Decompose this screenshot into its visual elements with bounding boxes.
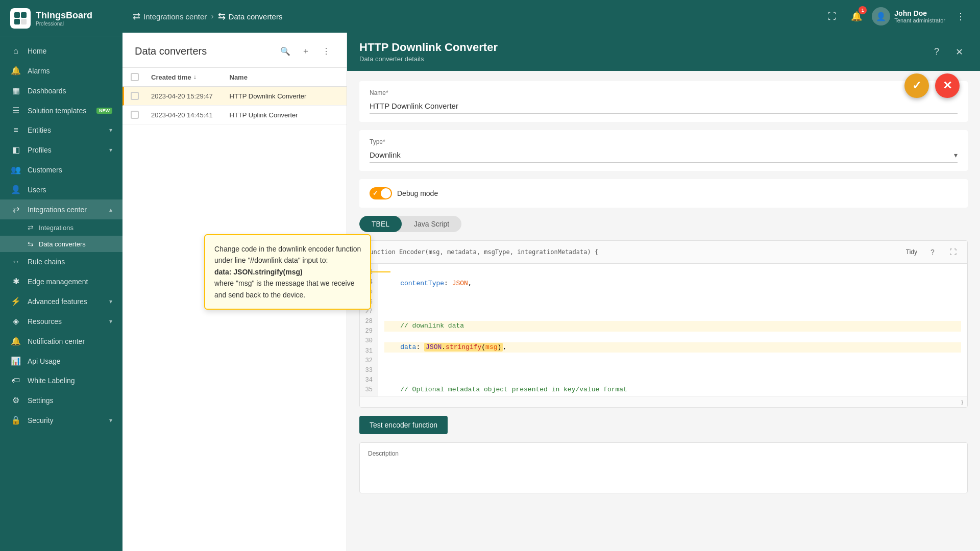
detail-subtitle: Data converter details xyxy=(359,55,498,63)
detail-header-text: HTTP Downlink Converter Data converter d… xyxy=(359,41,498,63)
sidebar-item-label: Customers xyxy=(28,166,112,174)
tooltip-callout: Change code in the downlink encoder func… xyxy=(204,234,371,310)
sort-icon: ↓ xyxy=(193,73,197,81)
type-field: Type* Downlink ▾ xyxy=(370,138,958,163)
sidebar-logo: ThingsBoard Professional xyxy=(0,0,122,37)
sidebar-item-notification-center[interactable]: 🔔 Notification center xyxy=(0,331,122,351)
name-cell: HTTP Downlink Converter xyxy=(230,92,308,100)
sidebar-item-settings[interactable]: ⚙ Settings xyxy=(0,390,122,410)
list-panel-header: Data converters 🔍 ＋ ⋮ xyxy=(122,33,347,68)
sidebar-item-security[interactable]: 🔒 Security ▾ xyxy=(0,410,122,430)
code-editor-footer: } xyxy=(360,396,967,407)
add-button[interactable]: ＋ xyxy=(298,43,314,59)
sidebar-item-entities[interactable]: ≡ Entities ▾ xyxy=(0,120,122,140)
name-input[interactable] xyxy=(370,98,958,114)
cancel-button[interactable]: ✕ xyxy=(935,73,960,98)
user-info[interactable]: 👤 John Doe Tenant administrator xyxy=(872,7,945,26)
sidebar-nav: ⌂ Home 🔔 Alarms ▦ Dashboards ☰ Solution … xyxy=(0,37,122,551)
line-num: 30 xyxy=(365,336,373,346)
tooltip-line2: under line "//downlink data" input to: xyxy=(214,255,361,266)
sidebar-item-dashboards[interactable]: ▦ Dashboards xyxy=(0,81,122,101)
chevron-down-icon: ▾ xyxy=(109,417,112,424)
sidebar-item-customers[interactable]: 👥 Customers xyxy=(0,160,122,180)
chevron-down-icon: ▾ xyxy=(109,127,112,134)
app-edition: Professional xyxy=(36,21,92,27)
sidebar-item-resources[interactable]: ◈ Resources ▾ xyxy=(0,311,122,331)
code-line-24 xyxy=(384,299,961,310)
table-row[interactable]: 2023-04-20 14:45:41 HTTP Uplink Converte… xyxy=(122,106,347,124)
type-value: Downlink xyxy=(370,151,954,159)
sidebar-item-label: Settings xyxy=(28,396,112,405)
confirm-button[interactable]: ✓ xyxy=(904,73,929,98)
sidebar-item-label: Api Usage xyxy=(28,357,112,365)
sidebar-item-users[interactable]: 👤 Users xyxy=(0,180,122,199)
sidebar-item-advanced-features[interactable]: ⚡ Advanced features ▾ xyxy=(0,291,122,311)
line-num: 31 xyxy=(365,346,373,356)
name-label: Name xyxy=(230,73,248,81)
code-editor-actions: Tidy ? ⛶ xyxy=(903,244,961,260)
test-encoder-button[interactable]: Test encoder function xyxy=(359,416,448,434)
line-num: 34 xyxy=(365,375,373,385)
table-header: Created time ↓ Name xyxy=(122,68,347,87)
created-time-column-header[interactable]: Created time ↓ xyxy=(151,73,230,81)
type-label: Type* xyxy=(370,138,958,145)
tidy-button[interactable]: Tidy xyxy=(903,247,920,257)
sidebar-item-integrations-center[interactable]: ⇄ Integrations center ▴ xyxy=(0,199,122,219)
debug-label: Debug mode xyxy=(397,189,438,197)
tab-tbel[interactable]: TBEL xyxy=(359,216,402,232)
sidebar-item-alarms[interactable]: 🔔 Alarms xyxy=(0,61,122,81)
sidebar-subitem-integrations[interactable]: ⇄ Integrations xyxy=(0,219,122,236)
main-content: ⇄ Integrations center › ⇆ Data converter… xyxy=(122,0,980,551)
fullscreen-button[interactable]: ⛶ xyxy=(823,7,841,26)
type-select[interactable]: Downlink ▾ xyxy=(370,147,958,163)
description-input[interactable] xyxy=(368,460,959,486)
dashboards-icon: ▦ xyxy=(10,86,21,95)
rule-chains-icon: ↔ xyxy=(10,257,21,266)
code-editor-toolbar: function Encoder(msg, metadata, msgType,… xyxy=(360,241,967,264)
tab-javascript[interactable]: Java Script xyxy=(402,216,461,232)
code-content[interactable]: contentType: JSON, // downlink data data… xyxy=(378,264,967,396)
code-body: 23 24 25 26 27 28 29 30 31 32 33 34 xyxy=(360,264,967,396)
function-signature: function Encoder(msg, metadata, msgType,… xyxy=(366,248,598,256)
sidebar-item-label: Alarms xyxy=(28,67,112,75)
code-help-button[interactable]: ? xyxy=(924,244,941,260)
help-button[interactable]: ? xyxy=(928,43,945,61)
detail-panel: ✓ ✕ HTTP Downlink Converter Data convert… xyxy=(347,33,980,551)
code-fullscreen-button[interactable]: ⛶ xyxy=(945,244,961,260)
description-section: Description xyxy=(359,442,968,493)
breadcrumb-integrations-center[interactable]: ⇄ Integrations center xyxy=(133,11,207,22)
list-panel-title: Data converters xyxy=(135,45,207,57)
row-checkbox[interactable] xyxy=(131,92,139,100)
close-button[interactable]: ✕ xyxy=(950,43,968,61)
sidebar-item-api-usage[interactable]: 📊 Api Usage xyxy=(0,351,122,371)
svg-rect-3 xyxy=(21,19,27,24)
debug-toggle[interactable]: ✓ xyxy=(370,187,392,199)
sidebar-subitem-label: Data converters xyxy=(39,240,86,248)
line-num: 35 xyxy=(365,385,373,395)
row-checkbox[interactable] xyxy=(131,111,139,119)
sidebar-item-rule-chains[interactable]: ↔ Rule chains xyxy=(0,252,122,271)
form-section: Name* xyxy=(359,81,968,122)
search-button[interactable]: 🔍 xyxy=(277,43,293,59)
line-num: 32 xyxy=(365,356,373,366)
more-actions-button[interactable]: ⋮ xyxy=(951,7,970,26)
sidebar-item-solution-templates[interactable]: ☰ Solution templates NEW xyxy=(0,101,122,120)
topbar: ⇄ Integrations center › ⇆ Data converter… xyxy=(122,0,980,33)
select-all-checkbox[interactable] xyxy=(131,73,139,81)
sidebar-item-white-labeling[interactable]: 🏷 White Labeling xyxy=(0,371,122,390)
table-row[interactable]: 2023-04-20 15:29:47 HTTP Downlink Conver… xyxy=(122,87,347,106)
sidebar-item-label: Home xyxy=(28,47,112,55)
user-role: Tenant administrator xyxy=(894,17,945,23)
sidebar-subitem-data-converters[interactable]: ⇆ Data converters xyxy=(0,236,122,252)
sidebar-item-home[interactable]: ⌂ Home xyxy=(0,41,122,61)
created-time-cell: 2023-04-20 14:45:41 xyxy=(151,111,230,119)
breadcrumb-data-converters[interactable]: ⇆ Data converters xyxy=(218,11,283,22)
sidebar-item-label: White Labeling xyxy=(28,377,112,385)
name-cell: HTTP Uplink Converter xyxy=(230,111,308,119)
more-button[interactable]: ⋮ xyxy=(318,43,334,59)
sidebar-item-label: Solution templates xyxy=(28,107,93,115)
integrations-center-breadcrumb-icon: ⇄ xyxy=(133,11,140,22)
edge-management-icon: ✱ xyxy=(10,277,21,286)
sidebar-item-edge-management[interactable]: ✱ Edge management xyxy=(0,271,122,291)
sidebar-item-profiles[interactable]: ◧ Profiles ▾ xyxy=(0,140,122,160)
